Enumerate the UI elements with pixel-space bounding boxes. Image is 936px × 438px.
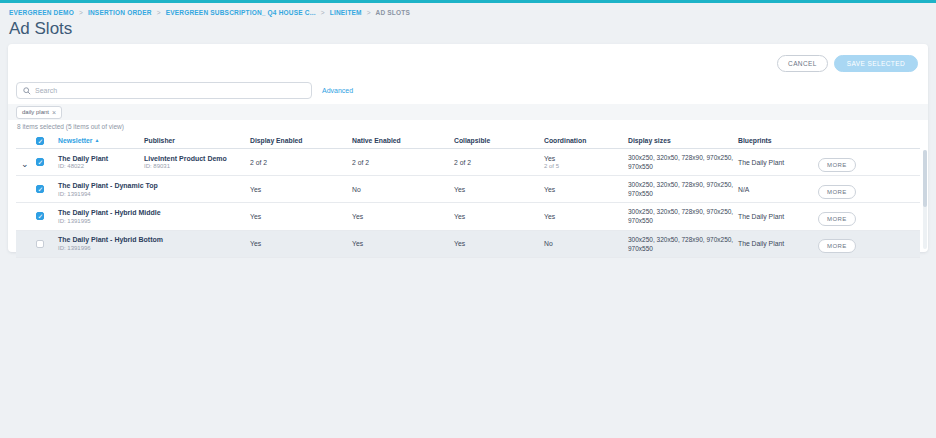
coordination-sub-value: 2 of 5 xyxy=(544,163,626,169)
native-enabled-value: No xyxy=(352,182,454,197)
coordination-value: Yes xyxy=(544,182,628,197)
coordination-value: Yes2 of 5 xyxy=(544,151,628,173)
ad-slots-card: CANCEL SAVE SELECTED Advanced daily plan… xyxy=(8,44,928,252)
breadcrumb-link-evergreen-demo[interactable]: EVERGREEN DEMO xyxy=(9,9,74,16)
more-button[interactable]: MORE xyxy=(818,185,856,199)
row-checkbox[interactable]: ✓ xyxy=(36,158,44,166)
blueprints-value: The Daily Plant xyxy=(738,155,818,170)
advanced-search-link[interactable]: Advanced xyxy=(322,87,353,94)
table-row[interactable]: ✓ The Daily Plant - Hybrid MiddleID: 139… xyxy=(16,203,920,230)
collapsible-value: Yes xyxy=(454,182,544,197)
check-icon: ✓ xyxy=(38,158,44,167)
blueprints-value: The Daily Plant xyxy=(738,209,818,224)
native-enabled-value: Yes xyxy=(352,236,454,251)
filter-chip-label: daily plant xyxy=(22,109,49,115)
search-icon xyxy=(23,87,31,95)
breadcrumb: EVERGREEN DEMO > INSERTION ORDER > EVERG… xyxy=(0,3,936,16)
display-enabled-value: 2 of 2 xyxy=(250,155,352,170)
display-sizes-value: 300x250, 320x50, 728x90, 970x250, 970x55… xyxy=(628,231,738,257)
save-selected-button[interactable]: SAVE SELECTED xyxy=(834,55,918,72)
filter-chip-daily-plant[interactable]: daily plant × xyxy=(16,106,62,119)
column-header-native-enabled[interactable]: Native Enabled xyxy=(352,137,454,144)
breadcrumb-separator: > xyxy=(157,9,161,16)
row-checkbox[interactable]: ✓ xyxy=(36,185,44,193)
check-icon: ✓ xyxy=(38,212,44,221)
column-header-collapsible[interactable]: Collapsible xyxy=(454,137,544,144)
select-all-checkbox[interactable]: ✓ xyxy=(36,137,44,145)
filter-chip-strip: daily plant × xyxy=(8,104,928,120)
more-button[interactable]: MORE xyxy=(818,239,856,253)
column-header-blueprints[interactable]: Blueprints xyxy=(738,137,818,144)
cancel-button[interactable]: CANCEL xyxy=(777,55,828,72)
column-header-coordination[interactable]: Coordination xyxy=(544,137,628,144)
table-row[interactable]: ⌄ ✓ The Daily PlantID: 48022 LiveIntent … xyxy=(16,149,920,176)
selection-summary: 8 items selected (5 items out of view) xyxy=(17,123,124,130)
column-header-newsletter[interactable]: Newsletter▲ xyxy=(58,137,144,144)
breadcrumb-link-lineitem[interactable]: LINEITEM xyxy=(330,9,362,16)
blueprints-value: N/A xyxy=(738,182,818,197)
card-actions: CANCEL SAVE SELECTED xyxy=(777,55,918,72)
native-enabled-value: Yes xyxy=(352,209,454,224)
newsletter-id: ID: 1391996 xyxy=(58,245,142,251)
display-sizes-value: 300x250, 320x50, 728x90, 970x250, 970x55… xyxy=(628,176,738,202)
blueprints-value: The Daily Plant xyxy=(738,236,818,251)
vertical-scrollbar-track xyxy=(923,150,927,249)
search-input[interactable] xyxy=(35,87,305,94)
column-header-display-enabled[interactable]: Display Enabled xyxy=(250,137,352,144)
collapsible-value: Yes xyxy=(454,236,544,251)
page-title: Ad Slots xyxy=(9,19,936,39)
publisher-name: LiveIntent Product Demo xyxy=(144,155,248,162)
sort-asc-icon: ▲ xyxy=(94,137,99,143)
newsletter-name: The Daily Plant - Dynamic Top xyxy=(58,182,142,189)
row-checkbox[interactable]: ✓ xyxy=(36,240,44,248)
more-button[interactable]: MORE xyxy=(818,158,856,172)
newsletter-name: The Daily Plant - Hybrid Middle xyxy=(58,209,142,216)
display-enabled-value: Yes xyxy=(250,182,352,197)
table-row[interactable]: ✓ The Daily Plant - Dynamic TopID: 13919… xyxy=(16,176,920,203)
display-sizes-value: 300x250, 320x50, 728x90, 970x250, 970x55… xyxy=(628,203,738,229)
search-row: Advanced xyxy=(16,82,353,99)
native-enabled-value: 2 of 2 xyxy=(352,155,454,170)
column-header-publisher[interactable]: Publisher xyxy=(144,137,250,144)
collapsible-value: 2 of 2 xyxy=(454,155,544,170)
breadcrumb-link-subscription[interactable]: EVERGREEN SUBSCRIPTION_ Q4 HOUSE C... xyxy=(166,9,316,16)
newsletter-name: The Daily Plant xyxy=(58,155,142,162)
check-icon: ✓ xyxy=(38,185,44,194)
ad-slots-table: ✓ Newsletter▲ Publisher Display Enabled … xyxy=(16,133,920,258)
coordination-value: Yes xyxy=(544,209,628,224)
table-row[interactable]: ✓ The Daily Plant - Hybrid BottomID: 139… xyxy=(16,231,920,258)
display-sizes-value: 300x250, 320x50, 728x90, 970x250, 970x55… xyxy=(628,149,738,175)
breadcrumb-separator: > xyxy=(79,9,83,16)
column-header-display-sizes[interactable]: Display sizes xyxy=(628,137,738,144)
more-button[interactable]: MORE xyxy=(818,212,856,226)
breadcrumb-separator: > xyxy=(367,9,371,16)
breadcrumb-current-ad-slots: AD SLOTS xyxy=(375,9,409,16)
breadcrumb-link-insertion-order[interactable]: INSERTION ORDER xyxy=(88,9,152,16)
publisher-id: ID: 89031 xyxy=(144,163,248,169)
newsletter-id: ID: 48022 xyxy=(58,163,142,169)
breadcrumb-separator: > xyxy=(321,9,325,16)
display-enabled-value: Yes xyxy=(250,209,352,224)
collapsible-value: Yes xyxy=(454,209,544,224)
newsletter-name: The Daily Plant - Hybrid Bottom xyxy=(58,236,142,243)
display-enabled-value: Yes xyxy=(250,236,352,251)
newsletter-id: ID: 1391994 xyxy=(58,191,142,197)
newsletter-id: ID: 1391995 xyxy=(58,218,142,224)
chip-remove-icon[interactable]: × xyxy=(52,109,56,116)
row-checkbox[interactable]: ✓ xyxy=(36,212,44,220)
table-header-row: ✓ Newsletter▲ Publisher Display Enabled … xyxy=(16,133,920,149)
check-icon: ✓ xyxy=(38,137,44,146)
coordination-value: No xyxy=(544,236,628,251)
search-box xyxy=(16,82,312,99)
vertical-scrollbar-thumb[interactable] xyxy=(923,150,927,207)
chevron-down-icon[interactable]: ⌄ xyxy=(21,159,29,169)
